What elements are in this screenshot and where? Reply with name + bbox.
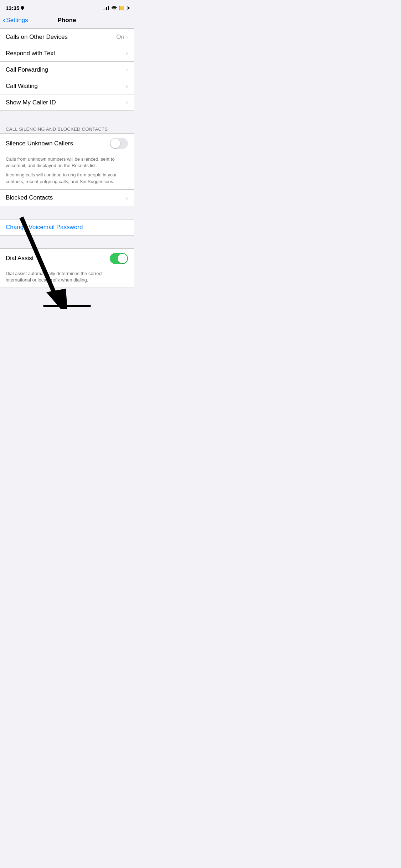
silence-desc-2: Incoming calls will continue to ring fro… — [6, 172, 128, 185]
group-spacer-3 — [0, 236, 134, 248]
group-spacer-1 — [0, 111, 134, 124]
location-icon — [21, 6, 24, 10]
respond-with-text-item[interactable]: Respond with Text › — [0, 45, 134, 62]
silence-unknown-callers-item[interactable]: Silence Unknown Callers — [0, 134, 134, 153]
show-caller-id-label: Show My Caller ID — [6, 99, 56, 106]
call-forwarding-right: › — [126, 66, 128, 73]
respond-with-text-label: Respond with Text — [6, 50, 55, 57]
dial-assist-item[interactable]: Dial Assist — [0, 249, 134, 268]
call-forwarding-item[interactable]: Call Forwarding › — [0, 62, 134, 78]
dial-assist-group: Dial Assist Dial assist automatically de… — [0, 248, 134, 288]
chevron-icon: › — [126, 33, 128, 41]
dial-assist-label: Dial Assist — [6, 255, 34, 262]
home-indicator — [0, 302, 134, 309]
group-spacer-2 — [0, 206, 134, 219]
calls-other-devices-right: On › — [116, 33, 128, 41]
status-time: 13:35 — [6, 5, 24, 11]
dial-assist-desc-text: Dial assist automatically determines the… — [6, 270, 128, 283]
chevron-icon-5: › — [126, 99, 128, 106]
back-label: Settings — [6, 17, 28, 24]
chevron-icon-3: › — [126, 66, 128, 73]
blocked-contacts-right: › — [126, 194, 128, 202]
call-forwarding-label: Call Forwarding — [6, 66, 48, 73]
dial-assist-toggle-knob — [118, 254, 127, 263]
toggle-knob — [110, 139, 120, 148]
nav-bar: ‹ Settings Phone — [0, 13, 134, 29]
wifi-icon — [111, 6, 117, 10]
time-label: 13:35 — [6, 5, 19, 11]
dial-assist-description: Dial assist automatically determines the… — [0, 268, 134, 288]
show-caller-id-item[interactable]: Show My Caller ID › — [0, 94, 134, 110]
calls-other-devices-value: On — [116, 33, 124, 41]
calls-section-group: Calls on Other Devices On › Respond with… — [0, 29, 134, 111]
chevron-icon-2: › — [126, 50, 128, 57]
battery-icon — [119, 6, 128, 10]
call-silencing-header: CALL SILENCING AND BLOCKED CONTACTS — [0, 124, 134, 133]
status-icons — [103, 6, 128, 10]
battery-fill — [120, 6, 124, 10]
call-waiting-item[interactable]: Call Waiting › — [0, 78, 134, 94]
signal-bar-1 — [103, 9, 104, 10]
signal-bar-2 — [104, 8, 106, 10]
calls-other-devices-item[interactable]: Calls on Other Devices On › — [0, 29, 134, 45]
change-voicemail-password-item[interactable]: Change Voicemail Password — [0, 219, 134, 235]
change-voicemail-password-label: Change Voicemail Password — [6, 224, 83, 231]
blocked-contacts-label: Blocked Contacts — [6, 194, 53, 201]
calls-other-devices-label: Calls on Other Devices — [6, 33, 68, 41]
show-caller-id-right: › — [126, 99, 128, 106]
bottom-spacer — [0, 288, 134, 302]
page-title: Phone — [58, 17, 76, 24]
chevron-icon-6: › — [126, 194, 128, 202]
dial-assist-toggle[interactable] — [110, 253, 128, 264]
silence-desc-1: Calls from unknown numbers will be silen… — [6, 156, 128, 169]
silence-unknown-callers-label: Silence Unknown Callers — [6, 140, 73, 147]
back-chevron-icon: ‹ — [3, 16, 5, 24]
respond-with-text-right: › — [126, 50, 128, 57]
signal-bars — [103, 6, 109, 10]
blocked-contacts-item[interactable]: Blocked Contacts › — [0, 190, 134, 206]
chevron-icon-4: › — [126, 82, 128, 90]
back-button[interactable]: ‹ Settings — [3, 16, 28, 24]
call-silencing-group: Silence Unknown Callers Calls from unkno… — [0, 133, 134, 206]
call-waiting-right: › — [126, 82, 128, 90]
silence-unknown-callers-toggle[interactable] — [110, 138, 128, 149]
silence-description: Calls from unknown numbers will be silen… — [0, 153, 134, 190]
page-wrapper: 13:35 ‹ Sett — [0, 0, 134, 309]
status-bar: 13:35 — [0, 0, 134, 13]
call-waiting-label: Call Waiting — [6, 83, 38, 90]
voicemail-section-group: Change Voicemail Password — [0, 219, 134, 236]
signal-bar-4 — [108, 6, 109, 10]
signal-bar-3 — [106, 7, 107, 10]
home-bar — [43, 305, 91, 307]
